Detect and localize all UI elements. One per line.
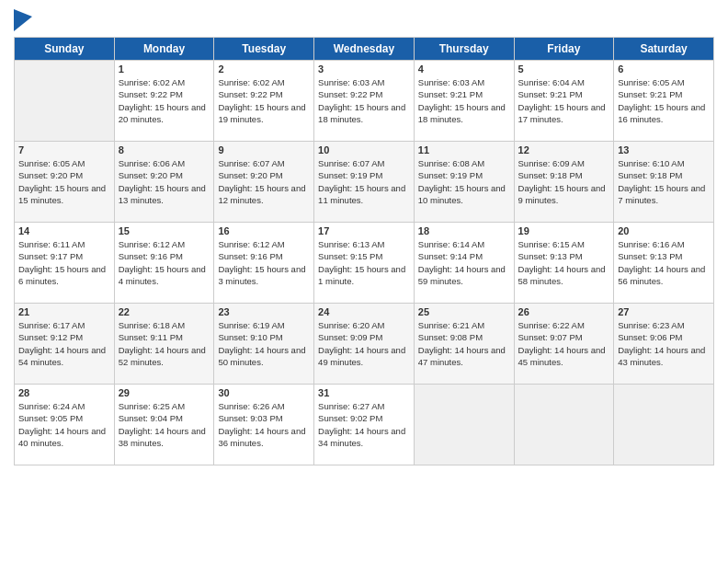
cell-info: Sunrise: 6:02 AMSunset: 9:22 PMDaylight:… [218,76,310,125]
daylight: Daylight: 14 hours and 43 minutes. [618,345,705,367]
day-number: 31 [318,387,410,398]
day-number: 19 [518,225,610,236]
calendar-cell: 9Sunrise: 6:07 AMSunset: 9:20 PMDaylight… [214,142,314,223]
day-number: 29 [119,387,210,398]
cell-info: Sunrise: 6:22 AMSunset: 9:07 PMDaylight:… [518,319,610,368]
sunset: Sunset: 9:15 PM [318,251,382,261]
sunrise: Sunrise: 6:14 AM [418,239,484,249]
cell-info: Sunrise: 6:10 AMSunset: 9:18 PMDaylight:… [618,157,710,206]
sunset: Sunset: 9:04 PM [119,413,183,423]
day-number: 2 [218,63,310,75]
sunset: Sunset: 9:16 PM [218,251,282,261]
day-number: 3 [318,63,410,75]
day-number: 1 [119,63,210,75]
cell-info: Sunrise: 6:18 AMSunset: 9:11 PMDaylight:… [119,319,210,368]
calendar-cell: 12Sunrise: 6:09 AMSunset: 9:18 PMDayligh… [514,142,614,223]
sunset: Sunset: 9:10 PM [218,332,282,342]
calendar-cell: 13Sunrise: 6:10 AMSunset: 9:18 PMDayligh… [614,142,714,223]
sunrise: Sunrise: 6:22 AM [518,320,585,330]
daylight: Daylight: 15 hours and 1 minute. [318,264,405,286]
daylight: Daylight: 15 hours and 4 minutes. [119,264,206,286]
sunrise: Sunrise: 6:05 AM [18,158,85,168]
day-number: 5 [518,63,610,75]
cell-info: Sunrise: 6:07 AMSunset: 9:19 PMDaylight:… [318,157,410,206]
calendar-cell: 19Sunrise: 6:15 AMSunset: 9:13 PMDayligh… [514,223,614,304]
day-number: 23 [218,306,310,317]
day-number: 13 [618,144,710,155]
calendar-cell: 1Sunrise: 6:02 AMSunset: 9:22 PMDaylight… [114,61,214,142]
daylight: Daylight: 14 hours and 38 minutes. [119,426,206,448]
day-number: 15 [119,225,210,236]
calendar-cell: 26Sunrise: 6:22 AMSunset: 9:07 PMDayligh… [514,304,614,385]
cell-info: Sunrise: 6:04 AMSunset: 9:21 PMDaylight:… [518,76,610,125]
sunrise: Sunrise: 6:17 AM [18,320,85,330]
day-number: 22 [119,306,210,317]
day-header-saturday: Saturday [614,38,714,61]
calendar-cell [414,385,514,465]
day-number: 6 [618,63,710,75]
cell-info: Sunrise: 6:26 AMSunset: 9:03 PMDaylight:… [218,400,310,449]
sunset: Sunset: 9:21 PM [418,89,483,99]
calendar-cell: 6Sunrise: 6:05 AMSunset: 9:21 PMDaylight… [614,61,714,142]
calendar-cell: 28Sunrise: 6:24 AMSunset: 9:05 PMDayligh… [15,385,115,465]
day-number: 20 [618,225,710,236]
calendar-cell: 17Sunrise: 6:13 AMSunset: 9:15 PMDayligh… [314,223,415,304]
sunrise: Sunrise: 6:16 AM [618,239,684,249]
sunrise: Sunrise: 6:25 AM [119,401,185,411]
cell-info: Sunrise: 6:06 AMSunset: 9:20 PMDaylight:… [119,157,210,206]
cell-info: Sunrise: 6:14 AMSunset: 9:14 PMDaylight:… [418,238,510,287]
sunset: Sunset: 9:19 PM [418,170,483,180]
sunrise: Sunrise: 6:21 AM [418,320,484,330]
cell-info: Sunrise: 6:27 AMSunset: 9:02 PMDaylight:… [318,400,410,449]
cell-info: Sunrise: 6:07 AMSunset: 9:20 PMDaylight:… [218,157,310,206]
cell-info: Sunrise: 6:12 AMSunset: 9:16 PMDaylight:… [218,238,310,287]
calendar-cell: 29Sunrise: 6:25 AMSunset: 9:04 PMDayligh… [114,385,214,465]
calendar-cell: 23Sunrise: 6:19 AMSunset: 9:10 PMDayligh… [214,304,314,385]
logo-icon [14,9,32,31]
sunset: Sunset: 9:20 PM [18,170,83,180]
sunrise: Sunrise: 6:04 AM [518,77,585,87]
cell-info: Sunrise: 6:08 AMSunset: 9:19 PMDaylight:… [418,157,510,206]
cell-info: Sunrise: 6:25 AMSunset: 9:04 PMDaylight:… [119,400,210,449]
daylight: Daylight: 15 hours and 10 minutes. [418,183,506,205]
calendar-cell: 15Sunrise: 6:12 AMSunset: 9:16 PMDayligh… [114,223,214,304]
sunrise: Sunrise: 6:02 AM [119,77,185,87]
calendar-cell [514,385,614,465]
sunset: Sunset: 9:20 PM [218,170,282,180]
calendar-page: SundayMondayTuesdayWednesdayThursdayFrid… [0,0,728,563]
sunset: Sunset: 9:08 PM [418,332,483,342]
daylight: Daylight: 14 hours and 49 minutes. [318,345,405,367]
sunset: Sunset: 9:18 PM [618,170,682,180]
sunrise: Sunrise: 6:11 AM [18,239,85,249]
calendar-cell: 14Sunrise: 6:11 AMSunset: 9:17 PMDayligh… [15,223,115,304]
daylight: Daylight: 15 hours and 12 minutes. [218,183,305,205]
day-number: 30 [218,387,310,398]
daylight: Daylight: 15 hours and 7 minutes. [618,183,705,205]
cell-info: Sunrise: 6:23 AMSunset: 9:06 PMDaylight:… [618,319,710,368]
daylight: Daylight: 14 hours and 50 minutes. [218,345,305,367]
calendar-week-1: 7Sunrise: 6:05 AMSunset: 9:20 PMDaylight… [15,142,714,223]
sunset: Sunset: 9:20 PM [119,170,183,180]
sunset: Sunset: 9:17 PM [18,251,83,261]
header [14,9,714,31]
day-number: 12 [518,144,610,155]
day-number: 4 [418,63,510,75]
day-header-wednesday: Wednesday [314,38,415,61]
sunrise: Sunrise: 6:09 AM [518,158,585,168]
daylight: Daylight: 15 hours and 20 minutes. [119,102,206,124]
sunset: Sunset: 9:21 PM [618,89,682,99]
sunset: Sunset: 9:02 PM [318,413,382,423]
logo [14,9,36,31]
sunrise: Sunrise: 6:20 AM [318,320,384,330]
daylight: Daylight: 15 hours and 19 minutes. [218,102,305,124]
day-number: 27 [618,306,710,317]
sunset: Sunset: 9:16 PM [119,251,183,261]
sunset: Sunset: 9:06 PM [618,332,682,342]
calendar-cell: 3Sunrise: 6:03 AMSunset: 9:22 PMDaylight… [314,61,415,142]
cell-info: Sunrise: 6:17 AMSunset: 9:12 PMDaylight:… [18,319,110,368]
sunrise: Sunrise: 6:24 AM [18,401,85,411]
daylight: Daylight: 15 hours and 6 minutes. [18,264,106,286]
calendar-cell: 18Sunrise: 6:14 AMSunset: 9:14 PMDayligh… [414,223,514,304]
daylight: Daylight: 14 hours and 58 minutes. [518,264,606,286]
daylight: Daylight: 15 hours and 18 minutes. [418,102,506,124]
